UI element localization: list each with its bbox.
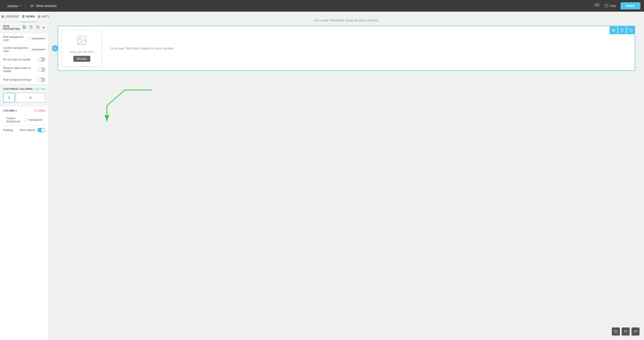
floating-text: I'm a new Text block ready for your cont… [58,18,635,22]
row-bg-image-row: Row background image [0,75,48,84]
settings-tab-icon: ⊟ [38,15,41,18]
topbar-left: Actions ▾ Show structure [4,2,60,10]
svg-point-7 [80,38,81,39]
row-action-buttons [610,26,634,34]
customize-columns-header: CUSTOMIZE COLUMNS + Add new [3,87,46,90]
text-block: I'm a new Text block ready for your cont… [106,26,634,70]
tab-rows-label: ROWS [26,15,35,18]
main-layout: ⊞ CONTENT ☰ ROWS ⊟ SETTINGS ROW PROPERTI… [0,12,644,340]
topbar: Actions ▾ Show structure He [0,0,644,12]
bottom-right-buttons [612,327,640,335]
undo-button[interactable] [622,327,630,335]
reverse-stack-label: Reverse stack order on mobile [3,67,38,73]
image-placeholder-icon [76,35,88,48]
content-bg-color-row: Content background color transparent [0,44,48,55]
reverse-stack-row: Reverse stack order on mobile [0,64,48,75]
help-label: Help [610,4,616,8]
padding-row: Padding More options [3,125,46,135]
reverse-stack-toggle[interactable] [38,67,46,72]
column-bg-row: Column background transparent [3,114,46,125]
column-bg-value[interactable]: transparent [24,118,42,121]
content-bg-color-label: Content background color [3,46,27,53]
tab-content-label: CONTENT [6,15,20,18]
padding-label: Padding [3,128,13,132]
row-bg-color-value[interactable]: transparent [27,37,46,40]
tab-rows[interactable]: ☰ ROWS [20,12,36,22]
row-text: I'm a new Text block ready for your cont… [110,46,175,50]
image-drop-zone[interactable]: Drop your file here Browse [62,30,102,67]
padding-toggle[interactable] [37,128,46,132]
row-bg-image-toggle-knob [38,78,41,82]
rows-tab-icon: ☰ [22,15,25,18]
no-stack-row: Do not stack on mobile [0,55,48,64]
actions-button[interactable]: Actions ▾ [4,2,24,10]
svg-rect-5 [37,27,39,29]
cloud-upload-button[interactable] [594,3,600,9]
no-stack-toggle-knob [38,58,41,61]
column1-header: COLUMN 1 Delete [3,109,46,112]
row-bg-image-label: Row background image [3,78,31,81]
row-save-button[interactable] [610,26,618,34]
sidebar-body: ROW PROPERTIES [0,22,48,340]
row-bg-color-text: transparent [32,37,46,40]
browse-button[interactable]: Browse [73,56,90,62]
column1-section: COLUMN 1 Delete Column background tr [0,106,48,137]
content-area: I'm a new Text block ready for your cont… [49,12,644,340]
svg-point-1 [32,5,33,7]
topbar-divider [25,3,26,9]
no-stack-label: Do not stack on mobile [3,58,30,61]
padding-toggle-knob [41,128,45,132]
actions-label: Actions [7,4,18,8]
column-bg-swatch [24,118,27,121]
row-properties-header: ROW PROPERTIES [0,22,48,33]
move-handle[interactable]: ✛ [52,45,58,52]
row-properties-title: ROW PROPERTIES [3,25,22,30]
col-9-value: 9 [30,96,32,99]
padding-controls: More options [20,128,46,132]
save-button[interactable]: SAVE [620,2,640,10]
reverse-stack-toggle-knob [38,68,42,71]
column1-title: COLUMN 1 [3,109,17,112]
col-3-value: 3 [8,96,10,99]
duplicate-row-button[interactable] [35,25,40,30]
column-box-3[interactable]: 3 [3,93,15,103]
sidebar-tabs: ⊞ CONTENT ☰ ROWS ⊟ SETTINGS [0,12,48,22]
column-box-9[interactable]: ⋮⋮ 9 [16,93,46,103]
content-bg-color-text: transparent [32,48,46,51]
columns-grid: 3 ⋮⋮ 9 [3,93,46,103]
content-tab-icon: ⊞ [1,15,4,18]
green-arrow-annotation [94,88,156,133]
drop-text: Drop your file here [70,50,94,54]
content-bg-color-swatch [27,48,30,51]
delete-label: Delete [38,109,46,112]
customize-columns-title: CUSTOMIZE COLUMNS [3,88,33,90]
sidebar: ⊞ CONTENT ☰ ROWS ⊟ SETTINGS ROW PROPERTI… [0,12,49,340]
row-bg-color-swatch [27,37,30,40]
row-bg-image-toggle[interactable] [37,78,46,82]
eye-icon [30,4,34,8]
row-bg-color-label: Row background color [3,35,27,42]
svg-point-0 [30,5,34,7]
tab-content[interactable]: ⊞ CONTENT [0,12,20,22]
topbar-right: Help SAVE [594,2,640,10]
chevron-down-icon: ▾ [20,5,21,8]
collapse-row-button[interactable]: ▾ [42,25,46,30]
show-structure-button[interactable]: Show structure [26,2,60,10]
column-bg-text: transparent [28,118,42,121]
redo-button[interactable] [632,327,640,335]
delete-row-button[interactable] [28,25,34,30]
delete-column-button[interactable]: Delete [34,109,46,112]
customize-columns-section: CUSTOMIZE COLUMNS + Add new 3 ⋮⋮ 9 [0,84,48,106]
help-button[interactable]: Help [604,4,616,8]
no-stack-toggle[interactable] [37,57,46,62]
content-bg-color-value[interactable]: transparent [27,48,46,51]
row-delete-button[interactable] [618,26,626,34]
more-options-label: More options [20,128,35,132]
history-button[interactable] [612,327,620,335]
row-duplicate-button[interactable] [626,26,634,34]
svg-rect-8 [630,30,632,32]
save-row-button[interactable] [22,25,27,30]
row-properties-actions: ▾ [22,25,46,30]
add-new-button[interactable]: + Add new [33,87,46,90]
row-bg-color-row: Row background color transparent [0,33,48,44]
